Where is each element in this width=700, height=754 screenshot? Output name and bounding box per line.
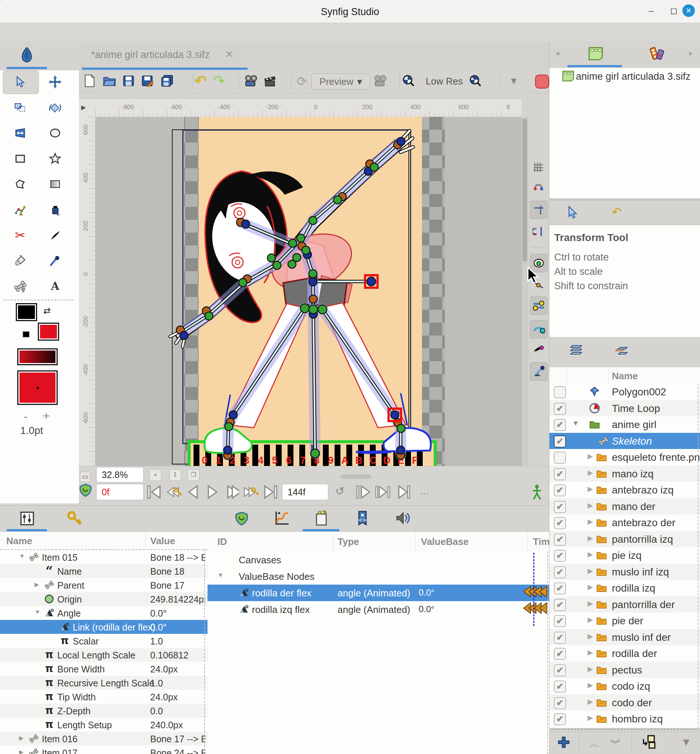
tool-rectangle[interactable] — [12, 150, 29, 167]
layer-row-time-loop[interactable]: ✔Time Loop — [549, 400, 700, 417]
show-angle-handles-low-icon[interactable] — [530, 340, 547, 358]
param-expander-icon[interactable]: ▶ — [19, 748, 23, 754]
tool-text[interactable]: A — [47, 278, 64, 295]
tool-draw[interactable] — [47, 227, 64, 244]
tool-options-tab-icon[interactable] — [568, 206, 579, 220]
layer-expander-icon[interactable]: ▶ — [588, 452, 593, 460]
keyframes-tab-icon[interactable] — [67, 511, 82, 526]
preview-quality-select[interactable]: Preview ▼ — [311, 74, 370, 90]
snap-guides-icon[interactable] — [530, 223, 547, 240]
layer-row-antebrazo-izq[interactable]: ✔▶antebrazo izq — [549, 482, 700, 498]
canvas-vscrollbar-thumb[interactable] — [523, 118, 527, 261]
layers-menu-dropdown-icon[interactable]: ▼ — [683, 737, 689, 747]
sound-tab-icon[interactable] — [395, 511, 411, 526]
sets-tab-icon[interactable] — [614, 344, 629, 357]
param-value[interactable]: 0.0 — [150, 706, 205, 716]
save-icon[interactable] — [120, 72, 137, 90]
param-value[interactable]: 1.0 — [150, 678, 205, 688]
tool-transform[interactable] — [12, 74, 29, 91]
palette-tab-icon[interactable] — [649, 45, 666, 62]
pane-splitter-handle[interactable] — [341, 474, 371, 479]
swap-colors-icon[interactable]: ⇄ — [43, 306, 51, 316]
param-value[interactable]: 0.0° — [150, 608, 205, 619]
save-as-icon[interactable] — [139, 72, 155, 90]
layer-visibility-checkbox[interactable]: ✔ — [554, 680, 566, 693]
layer-expander-icon[interactable]: ▶ — [588, 534, 593, 542]
stop-render-button[interactable] — [535, 75, 549, 89]
param-row-parent[interactable]: ▶ParentBone 17 — [0, 578, 208, 592]
param-row-bone-width[interactable]: Bone Width24.0px — [0, 662, 208, 676]
layer-expander-icon[interactable]: ▶ — [588, 468, 593, 477]
play-bounds-icon[interactable] — [375, 485, 391, 499]
render-icon[interactable] — [372, 72, 388, 90]
library-tab-icon[interactable] — [314, 509, 329, 526]
layer-row-esqueleto-frente-png[interactable]: ▶esqueleto frente.png — [549, 449, 700, 466]
document-tab[interactable]: *anime girl articulada 3.sifz — [91, 49, 210, 61]
seek-prev-keyframe-icon[interactable] — [166, 485, 182, 499]
layer-visibility-checkbox[interactable]: ✔ — [554, 648, 566, 660]
outline-color-swatch[interactable] — [16, 303, 37, 321]
raise-layer-icon[interactable]: ︽ — [589, 736, 600, 751]
param-row-local-length-scale[interactable]: Local Length Scale0.106812 — [0, 648, 208, 662]
tool-skeleton[interactable] — [12, 278, 29, 295]
param-row-name[interactable]: NameBone 18 — [0, 564, 208, 578]
param-row-item-015[interactable]: ▼Item 015Bone 18 --> Bone — [0, 550, 208, 564]
layer-row-rodilla-izq[interactable]: ✔▶rodilla izq — [549, 580, 700, 596]
close-button[interactable]: ✕ — [682, 5, 695, 17]
layer-row-skeleton[interactable]: ✔Skeleton — [549, 433, 700, 449]
toolbar-overflow-icon[interactable]: ▼ — [506, 72, 522, 90]
layer-visibility-checkbox[interactable]: ✔ — [554, 550, 566, 562]
layer-row-pantorrilla-der[interactable]: ✔▶pantorrilla der — [549, 596, 700, 613]
layer-row-muslo-inf-der[interactable]: ✔▶muslo inf der — [549, 629, 700, 646]
seek-end-icon[interactable] — [262, 485, 278, 499]
layer-expander-icon[interactable]: ▶ — [588, 698, 593, 706]
minimize-button[interactable]: – — [645, 5, 658, 17]
layer-expander-icon[interactable]: ▶ — [588, 713, 593, 722]
layer-visibility-checkbox[interactable]: ✔ — [554, 615, 566, 627]
param-value[interactable]: 240.0px — [150, 720, 205, 731]
snap-grid-icon[interactable] — [530, 178, 547, 196]
layer-expander-icon[interactable]: ▶ — [588, 599, 593, 608]
low-res-label[interactable]: Low Res — [426, 76, 463, 87]
layer-visibility-checkbox[interactable]: ✔ — [554, 484, 566, 496]
param-value[interactable]: 0.0° — [150, 622, 205, 633]
layer-expander-icon[interactable]: ▶ — [588, 648, 593, 657]
layer-visibility-checkbox[interactable]: ✔ — [554, 566, 566, 578]
preview-windows-icon[interactable] — [243, 72, 259, 90]
lower-layer-icon[interactable]: ︾ — [610, 736, 621, 751]
layer-visibility-checkbox[interactable] — [554, 386, 566, 398]
layer-visibility-checkbox[interactable]: ✔ — [554, 517, 566, 529]
past-future-keyframe-icon[interactable] — [79, 483, 92, 497]
layer-expander-icon[interactable]: ▶ — [588, 615, 593, 624]
tool-rotate[interactable] — [47, 99, 64, 116]
zoom-fit-button[interactable]: ＋ — [150, 469, 161, 481]
tool-ink[interactable] — [47, 201, 64, 218]
seek-prev-frame-icon[interactable] — [184, 485, 200, 499]
gradient-swatch[interactable] — [17, 348, 58, 365]
canvas-file-row[interactable]: anime girl articulada 3.sifz — [549, 68, 700, 84]
library-row-rodilla-der-flex[interactable]: rodilla der flexangle (Animated)0.0° — [208, 585, 549, 601]
layers-tab-icon[interactable] — [569, 344, 583, 357]
param-value[interactable]: Bone 24 --> Bone — [150, 748, 205, 754]
duplicate-layer-icon[interactable] — [641, 735, 656, 749]
bone-setup-figure-icon[interactable] — [531, 484, 542, 501]
param-value[interactable]: 1.0 — [150, 636, 205, 647]
seek-begin-icon[interactable] — [146, 485, 162, 499]
layer-expander-icon[interactable]: ▶ — [588, 665, 593, 673]
layer-row-polygon002[interactable]: Polygon002 — [549, 383, 700, 400]
param-value[interactable]: Bone 18 — [150, 566, 205, 577]
width-decrease-button[interactable]: - — [23, 409, 28, 424]
layer-expander-icon[interactable]: ▶ — [588, 517, 593, 526]
brush-color-swatch[interactable] — [17, 371, 58, 405]
tool-smooth-move[interactable] — [47, 74, 64, 91]
canvas-browser-tab-icon[interactable] — [588, 46, 603, 61]
param-row-z-depth[interactable]: Z-Depth0.0 — [0, 704, 208, 718]
layer-expander-icon[interactable]: ▶ — [588, 566, 593, 575]
library-expander-icon[interactable]: ▼ — [217, 572, 223, 579]
show-grid-icon[interactable] — [530, 158, 547, 176]
undo-icon[interactable]: ↶ — [192, 72, 209, 90]
save-all-icon[interactable] — [159, 72, 175, 90]
bounds-ellipsis[interactable]: … — [420, 485, 429, 497]
tool-polygon[interactable] — [12, 176, 29, 192]
layer-visibility-checkbox[interactable]: ✔ — [554, 664, 566, 676]
